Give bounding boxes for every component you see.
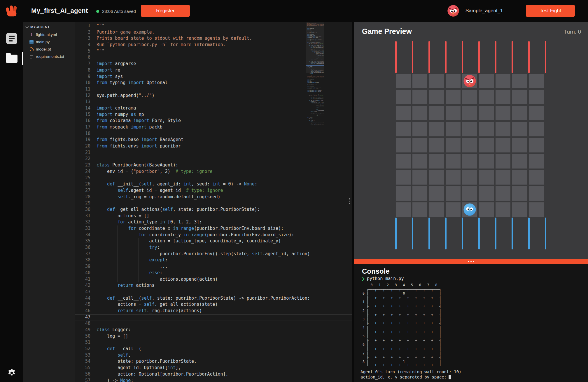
line-code: Prints board state to stdout with random… [90,35,252,42]
line-code: def __call__( [90,346,141,352]
folder-icon[interactable] [6,55,18,63]
console-command: python main.py [367,276,404,281]
line-number: 43 [75,289,90,295]
line-number: 26 [75,181,90,187]
panel-splitter[interactable] [354,259,588,264]
board-cell [396,186,411,201]
line-number: 16 [75,118,90,124]
board-cell [512,90,527,104]
console-title: Console [362,267,390,275]
board-cell [479,106,494,120]
indent-guides [97,213,110,219]
line-number: 53 [75,352,90,359]
board-cell [479,74,494,88]
line-code: import colorama [90,105,136,112]
line-number: 47 [75,314,90,321]
blue-wall-piece [462,218,463,249]
code-editor[interactable]: 1"""2Puoribor game example.3Prints board… [75,22,352,382]
board-cell [446,202,461,217]
console-cursor [449,375,451,379]
fist-logo-icon[interactable] [5,3,19,18]
line-code: agent_id: Optional[int], [90,365,181,371]
test-fight-button[interactable]: Test Fight [526,5,575,17]
line-code: Puoribor game example. [90,29,155,36]
indent-guides [97,251,152,257]
board-cell [479,138,494,152]
board-cell [396,170,411,185]
line-number: 56 [75,371,90,378]
file-item-fights-ai.yml[interactable]: fights-ai.yml [23,31,75,38]
blue-wall-piece [395,218,397,249]
python-file-icon [29,40,34,44]
line-code: def __init__(self, agent_id: int, seed: … [90,181,257,187]
app-window: My_first_AI_agent 23:06 Auto saved Regis… [0,0,588,382]
line-code [90,150,97,156]
console-command-line: python main.py [361,276,404,281]
code-line: 31 actions = [] [75,213,352,219]
code-line: 48 [75,320,352,327]
line-code: action: Optional[puoribor.PuoriborAction… [90,371,228,378]
board-cell [412,106,427,120]
board-cell [496,154,510,169]
board-cell [479,122,494,136]
indent-guides [97,225,120,232]
minimap[interactable]: """Puoribor game example.Prints board st… [306,22,324,148]
board-cell [479,202,494,217]
file-item-requirements.txt[interactable]: requirements.txt [23,53,75,60]
vertical-dots-icon[interactable] [349,198,350,204]
line-number: 42 [75,282,90,289]
board-cell [446,74,461,88]
file-item-model.pt[interactable]: model.pt [23,46,75,53]
minimap-line: ) -> None: [306,125,324,126]
code-line: 33 for coordinate_x in range(puoribor.Pu… [75,225,352,232]
line-code [90,99,97,105]
line-number: 40 [75,270,90,276]
board-cell [479,154,494,169]
line-code: from fights.base import BaseAgent [90,137,183,143]
code-line: 46 return self._rng.choice(actions) [75,308,352,314]
board-cell [462,138,477,152]
line-code [90,131,97,137]
line-number: 46 [75,308,90,314]
line-number: 7 [75,61,90,67]
line-number: 45 [75,301,90,308]
line-code: actions = self._get_all_actions(state) [90,301,218,308]
register-button[interactable]: Register [141,5,190,17]
red-wall-piece [445,41,447,73]
board-cell [479,170,494,185]
file-item-main.py[interactable]: main.py [23,38,75,46]
line-number: 37 [75,251,90,257]
opponent-avatar[interactable] [447,4,460,17]
line-code: Run `python puoribor.py -h` for more inf… [90,42,226,48]
line-code: log = [] [90,333,128,340]
minimap-cursor-line [306,65,324,66]
code-line: 28 self._rng = np.random.default_rng(see… [75,194,352,200]
board-cell [529,138,544,152]
line-code: from typing import Optional [90,80,168,86]
indent-guides [97,301,110,308]
code-line: 23class PuoriborAgent(BaseAgent): [75,162,352,169]
code-line: 41 actions.append(action) [75,276,352,283]
board-cell [512,202,527,217]
chevron-down-icon [25,25,29,28]
notes-icon[interactable] [6,33,17,44]
board-cell [479,186,494,201]
red-wall-piece [462,41,463,73]
code-line: 44 def __call__(self, state: puoribor.Pu… [75,295,352,302]
console-input-line[interactable]: action_id, x, y separated by space: [360,375,451,379]
board-cell [412,90,427,104]
gear-icon[interactable] [7,368,16,378]
line-number: 10 [75,80,90,86]
line-code: from fights.envs import puoribor [90,143,181,150]
line-code [90,289,97,295]
indent-guides [97,371,110,378]
board-cell [529,170,544,185]
line-code: """ [90,23,104,29]
blue-wall-piece [495,218,496,249]
line-code: ) -> None: [90,378,133,382]
board-cell [496,202,510,217]
red-agent-avatar [463,74,477,88]
red-wall-piece [495,41,496,73]
explorer-root-row[interactable]: MY-AGENT [23,22,75,31]
board-cell [429,74,444,88]
